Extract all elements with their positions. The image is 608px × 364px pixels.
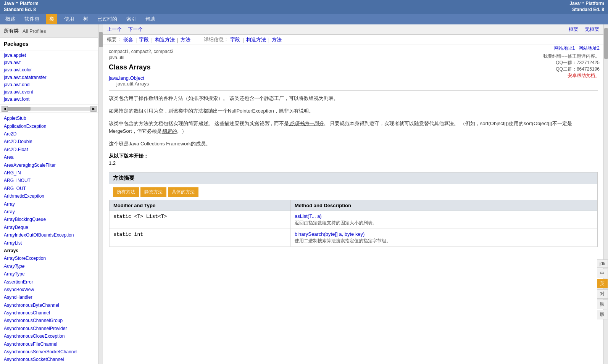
package-java-applet[interactable]: java.applet [4,52,94,59]
panel-chinese[interactable]: 中 [597,269,608,278]
hscroll-right-btn[interactable]: ▶ [90,106,97,112]
table-header-row: Modifier and Type Method and Description [110,200,597,211]
nav-class[interactable]: 类 [46,14,57,24]
sidebar-inner: 所有类 All Profiles Packages java.applet ja… [0,24,98,364]
class-AssertionError[interactable]: AssertionError [4,278,94,286]
sidebar-wrapper: 所有类 All Profiles Packages java.applet ja… [0,24,103,364]
class-ArrayType[interactable]: ArrayType [4,270,94,278]
site2-link[interactable]: 网站地址2 [579,45,600,51]
nav-deprecated[interactable]: 已过时的 [95,14,119,24]
hscroll-left-btn[interactable]: ◀ [2,106,8,112]
class-Area[interactable]: Area [4,153,94,161]
since-value: 1.2 [109,160,598,166]
all-profiles-link[interactable]: All Profiles [23,28,46,34]
prev-link[interactable]: 上一个 [107,26,122,33]
class-ArrayDeque[interactable]: ArrayDeque [4,224,94,231]
class-Arc2D-Double[interactable]: Arc2D.Double [4,138,94,145]
hscroll-track[interactable] [8,107,90,111]
hscroll-thumb [8,107,31,111]
panel-english[interactable]: 英 [597,279,608,288]
package-java-awt-event[interactable]: java.awt.event [4,89,94,96]
method-detail-link[interactable]: 方法 [272,36,282,43]
method-cell-1: asList(T... a) 返回由指定数组支持的固定大小的列表。 [290,211,597,229]
divider-1 [109,90,598,91]
desc3-italic1: 描述 [198,121,208,126]
qq1: QQ一群：732712425 [543,60,600,66]
method-link-binarySearch[interactable]: binarySearch(byte[] a, byte key) [295,231,365,237]
class-ArrayStoreException[interactable]: ArrayStoreException [4,254,94,262]
class-ARG-OUT[interactable]: ARG_OUT [4,185,94,192]
next-link[interactable]: 下一个 [128,26,143,33]
qq2: QQ二群：864725196 [543,66,600,72]
package-java-awt[interactable]: java.awt [4,59,94,66]
package-path: compact1, compact2, compact3 [109,49,598,54]
panel-compare[interactable]: 对 [597,289,608,299]
no-frames-link[interactable]: 无框架 [585,26,600,33]
nav-tree[interactable]: 树 [81,14,90,24]
method-cell-2: binarySearch(byte[] a, byte key) 使用二进制搜索… [290,229,597,246]
filter-concrete-methods[interactable]: 具体的方法 [168,187,198,197]
col-modifier: Modifier and Type [110,200,291,211]
class-AsyncBoxView[interactable]: AsyncBoxView [4,286,94,293]
class-Array-2[interactable]: Array [4,208,94,216]
nav-help[interactable]: 帮助 [143,14,158,24]
class-ArrayBlockingQueue[interactable]: ArrayBlockingQueue [4,216,94,223]
class-AsynchronousChannel[interactable]: AsynchronousChannel [4,309,94,317]
class-AsynchronousFileChannel[interactable]: AsynchronousFileChannel [4,340,94,348]
class-AsyncHandler[interactable]: AsyncHandler [4,293,94,301]
android-link[interactable]: 安卓帮助文档。 [543,72,600,79]
nav-index[interactable]: 索引 [124,14,139,24]
class-ApplicationException[interactable]: ApplicationException [4,122,94,130]
constructor-link[interactable]: 构造方法 [155,36,175,43]
package-java-awt-datatransfer[interactable]: java.awt.datatransfer [4,74,94,81]
method-link-asList[interactable]: asList(T... a) [295,213,322,219]
class-AsynchronousSocketChannel[interactable]: AsynchronousSocketChannel [4,356,94,363]
content-area: 上一个 下一个 框架 无框架 概要： 嵌套 | 字段 | 构造方法 | 方法 [103,24,603,364]
main-layout: 所有类 All Profiles Packages java.applet ja… [0,24,608,364]
class-ArrayType-italic[interactable]: ArrayType [4,263,94,270]
sidebar-vscroll[interactable] [98,24,103,364]
class-AsynchronousServerSocketChannel[interactable]: AsynchronousServerSocketChannel [4,348,94,356]
parent-link[interactable]: java.lang.Object [109,75,144,81]
class-ARG-IN[interactable]: ARG_IN [4,169,94,177]
class-AsynchronousChannelGroup[interactable]: AsynchronousChannelGroup [4,317,94,324]
package-java-awt-font[interactable]: java.awt.font [4,96,94,103]
site1-link[interactable]: 网站地址1 [554,45,575,51]
class-Arrays[interactable]: Arrays [4,247,94,254]
package-java-awt-dnd[interactable]: java.awt.dnd [4,81,94,89]
class-AsynchronousCloseException[interactable]: AsynchronousCloseException [4,332,94,340]
filter-all-methods[interactable]: 所有方法 [113,187,139,197]
class-AsynchronousChannelProvider[interactable]: AsynchronousChannelProvider [4,325,94,332]
desc3-italic4: 稳定的 [162,128,177,134]
nav-use[interactable]: 使用 [62,14,76,24]
nav-overview[interactable]: 概述 [3,14,18,24]
frames-link[interactable]: 框架 [569,26,579,33]
class-AppletStub[interactable]: AppletStub [4,114,94,122]
field-link[interactable]: 字段 [139,36,149,43]
panel-version[interactable]: 版 [597,310,608,319]
content-with-scroll: 上一个 下一个 框架 无框架 概要： 嵌套 | 字段 | 构造方法 | 方法 [103,24,608,364]
class-ArrayIndexOutOfBoundsException[interactable]: ArrayIndexOutOfBoundsException [4,231,94,239]
class-Arc2D-Float[interactable]: Arc2D.Float [4,146,94,153]
class-ArrayList[interactable]: ArrayList [4,239,94,247]
class-AreaAveragingScaleFilter[interactable]: AreaAveragingScaleFilter [4,161,94,169]
since-label: 从以下版本开始： [109,153,598,159]
summary-bar: 概要： 嵌套 | 字段 | 构造方法 | 方法 详细信息： 字段 | 构造方法 … [103,35,603,45]
method-link[interactable]: 方法 [181,36,190,43]
panel-compare2[interactable]: 照 [597,300,608,309]
all-classes-link[interactable]: 所有类 [4,27,19,34]
header-title-left: Java™ Platform Standard Ed. 8 [4,1,39,13]
constructor-detail-link[interactable]: 构造方法 [246,36,266,43]
class-Array-1[interactable]: Array [4,200,94,208]
class-Arc2D[interactable]: Arc2D [4,130,94,138]
class-AsynchronousByteChannel[interactable]: AsynchronousByteChannel [4,301,94,309]
desc-3: 该类中包含的方法的文档包括实现的简要描述。 这些描述应视为实施说明，而不是必须书… [109,120,598,136]
field-detail-link[interactable]: 字段 [230,36,240,43]
nested-link[interactable]: 嵌套 [123,36,133,43]
panel-jdk[interactable]: jdk [597,259,608,268]
class-ARG-INOUT[interactable]: ARG_INOUT [4,177,94,184]
filter-static-methods[interactable]: 静态方法 [140,187,166,197]
nav-package[interactable]: 软件包 [22,14,42,24]
package-java-awt-color[interactable]: java.awt.color [4,66,94,74]
class-ArithmeticException[interactable]: ArithmeticException [4,192,94,200]
